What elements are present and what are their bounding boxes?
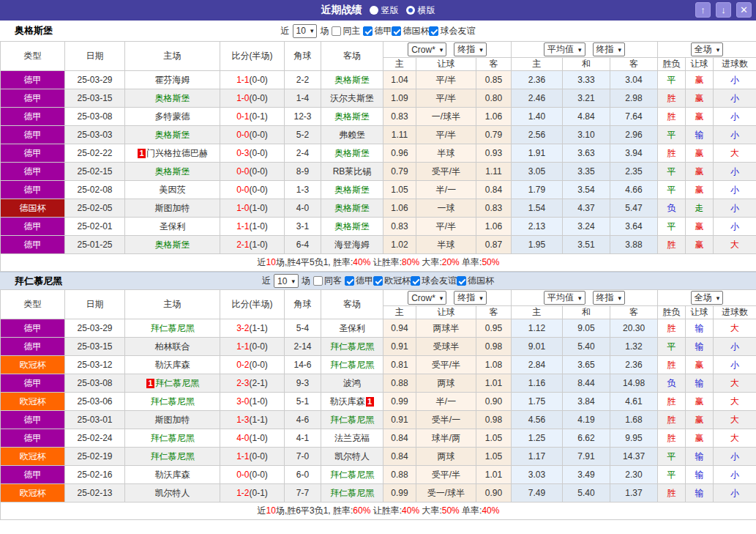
bookmaker-select[interactable]: Crow*▾ bbox=[408, 42, 446, 56]
team-name-link[interactable]: 奥格斯堡 bbox=[155, 130, 190, 140]
checkbox-checked-icon[interactable] bbox=[373, 276, 383, 286]
team-name-link[interactable]: 勒沃库森 bbox=[155, 360, 190, 370]
view-vertical-radio[interactable]: 竖版 bbox=[370, 4, 399, 17]
subcol-eu-away: 客 bbox=[610, 58, 658, 71]
league-filter-德甲[interactable]: 德甲 bbox=[363, 25, 392, 37]
league-filter-德甲[interactable]: 德甲 bbox=[345, 275, 373, 287]
view-horizontal-radio[interactable]: 横版 bbox=[406, 4, 435, 17]
match-count-select[interactable]: 10▾ bbox=[274, 274, 299, 288]
euro-time-select[interactable]: 终指▾ bbox=[593, 42, 626, 56]
team-name-link[interactable]: 凯尔特人 bbox=[334, 451, 370, 461]
radio-checked-icon[interactable] bbox=[406, 6, 415, 15]
euro-source-select[interactable]: 平均值▾ bbox=[544, 291, 585, 305]
match-date: 25-02-13 bbox=[65, 484, 125, 503]
league-badge: 德甲 bbox=[1, 338, 65, 356]
eu-home-odds: 1.16 bbox=[512, 374, 563, 393]
subcol-outcome: 胜负 bbox=[658, 58, 686, 71]
ah-home-odds: 0.91 bbox=[383, 411, 416, 429]
result-handicap: 赢 bbox=[686, 108, 714, 126]
team-name-link[interactable]: 奥格斯堡 bbox=[334, 185, 370, 195]
team-name-link[interactable]: 法兰克福 bbox=[334, 433, 370, 443]
checkbox-checked-icon[interactable] bbox=[363, 26, 373, 36]
bookmaker-select[interactable]: Crow*▾ bbox=[408, 291, 446, 305]
league-filter-德国杯[interactable]: 德国杯 bbox=[457, 275, 494, 287]
move-up-button[interactable]: ↑ bbox=[695, 2, 711, 18]
result-group-header: 全场▾ bbox=[658, 290, 756, 306]
match-date: 25-02-16 bbox=[65, 466, 125, 484]
team-name-link[interactable]: 奥格斯堡 bbox=[155, 166, 190, 177]
checkbox-unchecked-icon[interactable] bbox=[313, 276, 323, 286]
league-filter-德国杯[interactable]: 德国杯 bbox=[392, 25, 429, 37]
result-group-header: 全场▾ bbox=[658, 42, 756, 58]
move-down-button[interactable]: ↓ bbox=[716, 2, 731, 18]
league-filter-球会友谊[interactable]: 球会友谊 bbox=[429, 25, 475, 37]
team-name-link[interactable]: 霍芬海姆 bbox=[155, 75, 190, 85]
checkbox-checked-icon[interactable] bbox=[345, 276, 354, 286]
same-venue-filter[interactable]: 同主 bbox=[332, 25, 360, 37]
match-date: 25-02-01 bbox=[65, 218, 125, 236]
checkbox-unchecked-icon[interactable] bbox=[332, 26, 341, 36]
result-goals: 小 bbox=[714, 89, 756, 108]
radio-unchecked-icon[interactable] bbox=[370, 6, 378, 15]
close-button[interactable]: ✕ bbox=[736, 2, 752, 18]
team-name-link[interactable]: 拜仁慕尼黑 bbox=[330, 488, 374, 498]
checkbox-checked-icon[interactable] bbox=[411, 276, 420, 286]
handicap-time-select[interactable]: 终指▾ bbox=[454, 291, 487, 305]
team-name-link[interactable]: 美因茨 bbox=[160, 185, 186, 195]
team-name-link[interactable]: 勒沃库森 bbox=[155, 470, 190, 480]
team-name-link[interactable]: 拜仁慕尼黑 bbox=[330, 360, 374, 370]
summary-row: 近10场,胜6平3负1, 胜率:60% 让胜率:40% 大率:50% 单率:40… bbox=[1, 503, 756, 520]
team-name-link[interactable]: 圣保利 bbox=[160, 221, 186, 231]
handicap-time-select[interactable]: 终指▾ bbox=[454, 42, 487, 56]
team-name-link[interactable]: 波鸿 bbox=[343, 378, 361, 388]
ah-home-odds: 0.84 bbox=[383, 448, 416, 466]
team-name-link[interactable]: 奥格斯堡 bbox=[334, 75, 370, 85]
scope-select[interactable]: 全场▾ bbox=[691, 42, 724, 56]
team-name-link[interactable]: 沃尔夫斯堡 bbox=[330, 93, 374, 103]
team-name-link[interactable]: 奥格斯堡 bbox=[155, 240, 190, 250]
team-name-link[interactable]: 柏林联合 bbox=[155, 341, 190, 352]
team-name-link[interactable]: 拜仁慕尼黑 bbox=[151, 323, 195, 333]
ah-home-odds: 0.83 bbox=[383, 218, 416, 236]
team-name-link[interactable]: RB莱比锡 bbox=[333, 166, 372, 177]
team-name-link[interactable]: 拜仁慕尼黑 bbox=[330, 341, 374, 352]
team-name-link[interactable]: 拜仁慕尼黑 bbox=[151, 433, 195, 443]
halftime-score: (1-0) bbox=[250, 433, 268, 443]
league-filter-球会友谊[interactable]: 球会友谊 bbox=[411, 275, 457, 287]
team-name-link[interactable]: 拜仁慕尼黑 bbox=[151, 451, 195, 461]
team-name-link[interactable]: 奥格斯堡 bbox=[334, 203, 370, 213]
team-name-link[interactable]: 斯图加特 bbox=[155, 415, 190, 425]
league-filter-欧冠杯[interactable]: 欧冠杯 bbox=[373, 275, 411, 287]
checkbox-checked-icon[interactable] bbox=[429, 26, 438, 36]
result-goals: 大 bbox=[714, 411, 756, 429]
team-name-link[interactable]: 多特蒙德 bbox=[155, 111, 190, 122]
team-name-link[interactable]: 拜仁慕尼黑 bbox=[155, 378, 199, 388]
euro-time-select[interactable]: 终指▾ bbox=[593, 291, 626, 305]
team-name-link[interactable]: 凯尔特人 bbox=[155, 488, 190, 498]
team-name-link[interactable]: 奥格斯堡 bbox=[155, 93, 190, 103]
team-name-link[interactable]: 拜仁慕尼黑 bbox=[151, 396, 195, 407]
team-name-link[interactable]: 圣保利 bbox=[339, 323, 365, 333]
scope-select[interactable]: 全场▾ bbox=[691, 291, 724, 305]
team-name-link[interactable]: 奥格斯堡 bbox=[334, 148, 370, 158]
team-name-link[interactable]: 奥格斯堡 bbox=[334, 221, 370, 231]
checkbox-checked-icon[interactable] bbox=[392, 26, 401, 36]
subcol-eu-away: 客 bbox=[610, 306, 658, 319]
team-name-link[interactable]: 弗赖堡 bbox=[339, 130, 365, 140]
team-name-link[interactable]: 拜仁慕尼黑 bbox=[330, 470, 374, 480]
team-name-link[interactable]: 拜仁慕尼黑 bbox=[330, 415, 374, 425]
team-name-link[interactable]: 奥格斯堡 bbox=[334, 111, 370, 122]
match-count-select[interactable]: 10▾ bbox=[293, 24, 318, 38]
team-name-link[interactable]: 海登海姆 bbox=[334, 240, 370, 250]
summary-text: 让胜率: bbox=[370, 505, 402, 516]
result-outcome: 胜 bbox=[658, 429, 686, 448]
same-venue-filter[interactable]: 同客 bbox=[313, 275, 342, 287]
checkbox-checked-icon[interactable] bbox=[457, 276, 466, 286]
eu-away-odds: 14.37 bbox=[610, 448, 658, 466]
halftime-score: (0-0) bbox=[250, 470, 268, 480]
euro-source-select[interactable]: 平均值▾ bbox=[544, 42, 585, 56]
team-name-link[interactable]: 斯图加特 bbox=[155, 203, 190, 213]
team-name-link[interactable]: 勒沃库森 bbox=[330, 396, 365, 407]
result-outcome: 负 bbox=[658, 199, 686, 218]
team-name-link[interactable]: 门兴格拉德巴赫 bbox=[146, 148, 208, 158]
